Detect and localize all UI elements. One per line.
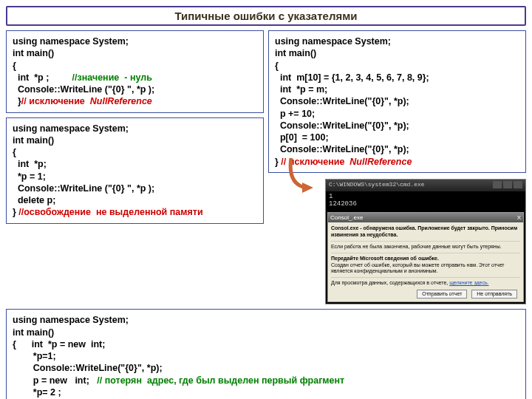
code-line: using namespace System; xyxy=(13,123,129,134)
code-box-2: using namespace System; int main() { int… xyxy=(6,117,264,224)
error-dialog: Consol_.exeX Consol.exe - обнаружена оши… xyxy=(327,212,524,303)
console-screenshot: C:\WINDOWS\system32\cmd.exe 1 1242036 Co… xyxy=(325,179,526,305)
dialog-title: Consol_.exe xyxy=(330,214,363,222)
columns: using namespace System; int main() { int… xyxy=(6,30,526,304)
console-line: 1 xyxy=(329,193,332,200)
code-line: int *p = m; xyxy=(275,84,327,95)
code-line: int main() xyxy=(13,135,54,146)
code-error: //освобождение не выделенной памяти xyxy=(18,207,202,217)
code-line: Console::WriteLine("{0}", *p); xyxy=(275,120,409,131)
code-line: Console::WriteLine("{0}", *p); xyxy=(275,96,409,106)
page-title: Типичные ошибки с указателями xyxy=(6,6,526,26)
code-line: *p=1; xyxy=(13,351,56,361)
code-line: { xyxy=(13,61,16,71)
code-line: using namespace System; xyxy=(275,36,391,47)
code-comment: //значение - нуль xyxy=(72,72,152,83)
code-line: Console::WriteLine ("{0} ", *p ); xyxy=(13,84,154,95)
code-line: *p = 1; xyxy=(13,171,46,182)
code-line: int *p ; xyxy=(13,72,72,83)
close-icon: X xyxy=(517,214,521,222)
code-line: int m[10] = {1, 2, 3, 4, 5, 6, 7, 8, 9}; xyxy=(275,72,429,83)
code-box-1: using namespace System; int main() { int… xyxy=(6,30,264,113)
window-buttons xyxy=(491,181,522,190)
console-line: 1242036 xyxy=(329,200,357,208)
dialog-link: щелкните здесь. xyxy=(449,280,488,285)
right-column: using namespace System; int main() { int… xyxy=(268,30,526,304)
dialog-titlebar: Consol_.exeX xyxy=(328,213,523,223)
code-box-4: using namespace System; int main() { int… xyxy=(6,309,526,399)
code-line: int main() xyxy=(275,48,316,58)
dialog-section: Для просмотра данных, содержащихся в отч… xyxy=(331,277,520,286)
code-line: } xyxy=(13,96,21,106)
code-line: int main() xyxy=(13,327,54,338)
code-line: p = new int; xyxy=(13,375,97,386)
window-titlebar: C:\WINDOWS\system32\cmd.exe xyxy=(326,180,525,191)
code-error-name: NullReference xyxy=(349,157,412,167)
code-line: Console::WriteLine ("{0} ", *p ); xyxy=(13,183,154,194)
code-line: Console::WriteLine("{0}", *p); xyxy=(13,363,163,373)
code-comment: // потерян адрес, где был выделен первый… xyxy=(97,375,344,386)
dialog-heading: Consol.exe - обнаружена ошибка. Приложен… xyxy=(331,225,517,236)
console-output: 1 1242036 xyxy=(326,191,525,211)
code-line: p[0] = 100; xyxy=(275,132,329,143)
code-line: { xyxy=(275,61,279,71)
code-line: p += 10; xyxy=(275,109,315,119)
code-line: *p= 2 ; xyxy=(13,387,61,398)
arrow-icon xyxy=(284,154,321,202)
left-column: using namespace System; int main() { int… xyxy=(6,30,264,304)
window-title: C:\WINDOWS\system32\cmd.exe xyxy=(329,181,425,190)
code-line: int *p; xyxy=(13,159,47,169)
code-line: { xyxy=(13,147,16,157)
dialog-section: Если работа не была закончена, рабочие д… xyxy=(331,241,520,250)
dialog-section: Передайте Microsoft сведения об ошибке. … xyxy=(331,253,520,274)
code-line: delete p; xyxy=(13,195,55,205)
dont-send-button: Не отправлять xyxy=(471,290,517,299)
dialog-text: Для просмотра данных, содержащихся в отч… xyxy=(331,280,449,285)
dialog-text: Создан отчет об ошибке, который вы может… xyxy=(331,262,505,273)
code-error: // исключение xyxy=(21,96,90,106)
code-box-3: using namespace System; int main() { int… xyxy=(268,30,526,173)
code-line: using namespace System; xyxy=(13,315,129,325)
code-line: using namespace System; xyxy=(13,36,129,47)
code-line: Console::WriteLine("{0}", *p); xyxy=(275,144,409,154)
code-line: { int *p = new int; xyxy=(13,339,105,349)
dialog-subheading: Передайте Microsoft сведения об ошибке. xyxy=(331,256,439,261)
code-line: int main() xyxy=(13,48,54,58)
code-error-name: NullReference xyxy=(90,96,152,106)
send-button: Отправить отчет xyxy=(417,290,467,299)
